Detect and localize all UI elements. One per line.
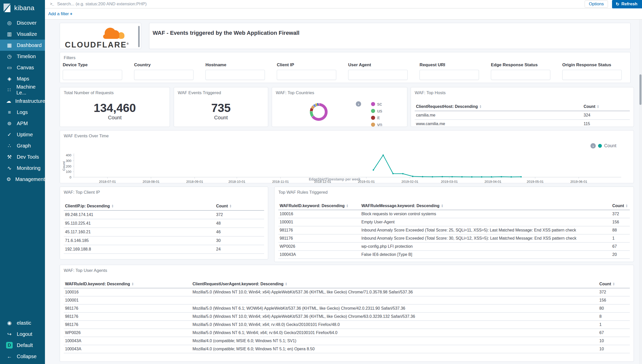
sort-icon: ▲▼	[597, 105, 599, 108]
filter-select[interactable]	[277, 70, 336, 80]
svg-text:200: 200	[66, 164, 71, 168]
sidebar-item[interactable]: ▦ Dashboard	[0, 40, 45, 51]
filter-select[interactable]	[562, 70, 622, 80]
sidebar-footer-item[interactable]: ◉ elastic	[0, 317, 45, 328]
filters-row: Device Type Country Hostname	[60, 60, 630, 80]
sidebar-footer-item[interactable]: ↪ Logout	[0, 328, 45, 340]
svg-text:2018-11-01: 2018-11-01	[272, 180, 289, 183]
sidebar: kibana ◎ Discover ▥ Visualize ▦ Dashboar…	[0, 0, 45, 364]
top-countries-donut[interactable]	[310, 103, 328, 121]
sidebar-item[interactable]: ▭ Canvas	[0, 62, 45, 73]
sidebar-footer-label: Collapse	[17, 354, 37, 359]
filter-select[interactable]	[205, 70, 265, 80]
sidebar-footer-icon: D	[6, 342, 13, 349]
column-header[interactable]: WAFRuleID.keyword: Descending▲▼	[278, 202, 360, 210]
filter-select[interactable]	[134, 70, 194, 80]
filter-select[interactable]	[420, 70, 479, 80]
sidebar-item-label: Uptime	[17, 132, 33, 138]
legend-item[interactable]: it	[363, 114, 382, 121]
filter-field: Country	[134, 62, 194, 80]
sidebar-item-label: Canvas	[17, 65, 34, 71]
plus-icon: +	[70, 11, 72, 16]
sidebar-item[interactable]: ∷ Machine Le...	[0, 84, 45, 95]
panel-scrollbar-thumb[interactable]	[138, 26, 140, 47]
filter-label: Origin Response Status	[562, 62, 622, 68]
sort-icon: ▲▼	[625, 204, 628, 208]
column-header[interactable]: Count▲▼	[611, 202, 630, 210]
column-header[interactable]: WAFRuleID.keyword: Descending▲▼	[64, 280, 191, 288]
sidebar-item[interactable]: ⚒ Dev Tools	[0, 151, 45, 162]
sidebar-item-icon: ⚒	[6, 154, 13, 160]
sidebar-footer-label: Logout	[17, 331, 32, 337]
sidebar-item-icon: ◈	[6, 76, 13, 82]
filter-select[interactable]	[63, 70, 122, 80]
svg-text:2018-09-01: 2018-09-01	[186, 180, 203, 183]
dashboard-content: CLOUDFLARE® WAF - Events triggered by th…	[0, 0, 642, 364]
legend-expand-chevron-icon[interactable]: ›	[356, 101, 361, 107]
table-row: 100043A Mozilla/4.0 (compatible; MSIE 6.…	[64, 337, 630, 345]
column-header[interactable]: Count▲▼	[215, 202, 264, 210]
sidebar-item[interactable]: ◷ Timelion	[0, 51, 45, 62]
column-header[interactable]: WAFRuleMessage.keyword: Descending▲▼	[360, 202, 611, 210]
table-row: 981176 Inbound Anomaly Score Exceeded (T…	[278, 226, 630, 235]
sidebar-item[interactable]: ≡ Logs	[0, 107, 45, 118]
column-header[interactable]: ClientRequestHost: Descending▲▼	[415, 103, 582, 111]
events-line-chart[interactable]: 2018-07-012018-08-012018-09-012018-10-01…	[60, 138, 634, 183]
sidebar-item[interactable]: ▥ Visualize	[0, 28, 45, 40]
panel-waf-events-triggered: WAF Events Triggered 735 Count	[174, 87, 268, 127]
options-button[interactable]: Options	[585, 1, 608, 8]
sidebar-item[interactable]: ⊚ APM	[0, 118, 45, 129]
column-header[interactable]: Count▲▼	[598, 280, 630, 288]
page-scrollbar-thumb[interactable]	[639, 74, 641, 105]
kibana-logo-icon	[4, 4, 11, 12]
top-query-bar: >_ Options ↻ Refresh	[45, 0, 642, 8]
refresh-icon: ↻	[616, 2, 619, 7]
legend-color-dot	[371, 123, 375, 127]
legend-item[interactable]: vn	[363, 121, 382, 127]
column-header[interactable]: ClientRequestUserAgent.keyword: Descendi…	[191, 280, 598, 288]
filter-select[interactable]	[491, 70, 550, 80]
column-header[interactable]: ClientIP.ip: Descending▲▼	[64, 202, 215, 210]
legend-label[interactable]: Count	[604, 143, 616, 148]
column-header[interactable]: Count▲▼	[582, 103, 630, 111]
panel-top-hosts: WAF: Top Hosts ClientRequestHost: Descen…	[411, 87, 634, 127]
refresh-button[interactable]: ↻ Refresh	[612, 0, 642, 8]
sidebar-footer-item[interactable]: ← Collapse	[0, 351, 45, 362]
add-filter-link[interactable]: Add a filter+	[48, 11, 72, 16]
sidebar-item[interactable]: ✓ Uptime	[0, 129, 45, 140]
table-row: 100016 Mozilla/5.0 (Windows NT 10.0; Win…	[64, 288, 630, 296]
sidebar-item[interactable]: ◈ Maps	[0, 73, 45, 84]
filter-select[interactable]	[348, 70, 408, 80]
cloudflare-cloud-icon	[103, 26, 126, 41]
legend-item[interactable]: us	[363, 107, 382, 114]
metric-title: WAF Events Triggered	[174, 87, 225, 95]
sidebar-item[interactable]: ∴ Graph	[0, 140, 45, 151]
page-scrollbar[interactable]	[639, 20, 642, 364]
svg-text:2019-04-01: 2019-04-01	[485, 180, 502, 183]
sidebar-item-icon: ▦	[6, 42, 13, 48]
sidebar-item-label: Timelion	[17, 54, 36, 59]
sidebar-item[interactable]: ∿ Monitoring	[0, 162, 45, 174]
clientip-panel-title: WAF: Top Client IP	[60, 187, 268, 195]
sort-icon: ▲▼	[346, 204, 348, 208]
legend-label: vn	[377, 122, 382, 127]
sidebar-item[interactable]: ◎ Discover	[0, 17, 45, 28]
events-panel-title: WAF Events Over Time	[60, 130, 634, 139]
search-input[interactable]	[57, 2, 585, 7]
panel-cloudflare-brand: CLOUDFLARE®	[60, 23, 141, 49]
kibana-logo[interactable]: kibana	[0, 0, 45, 16]
sidebar-item-icon: ✓	[6, 131, 13, 138]
sidebar-footer-item[interactable]: D Default	[0, 340, 45, 351]
query-prompt-icon: >_	[50, 2, 54, 6]
sidebar-item-icon: ∷	[6, 87, 12, 93]
sidebar-item[interactable]: ☁ Infrastructure	[0, 95, 45, 107]
legend-item[interactable]: sc	[363, 101, 382, 107]
sidebar-item-label: Discover	[17, 20, 37, 26]
legend-expand-chevron-icon[interactable]: ›	[590, 143, 596, 148]
sidebar-item[interactable]: ⚙ Management	[0, 174, 45, 185]
sidebar-item-icon: ◎	[6, 20, 13, 26]
sidebar-footer-icon: ◉	[6, 320, 13, 326]
cloudflare-wordmark: CLOUDFLARE®	[60, 40, 134, 49]
svg-text:2019-03-01: 2019-03-01	[441, 180, 458, 183]
filter-label: User Agent	[348, 62, 408, 68]
